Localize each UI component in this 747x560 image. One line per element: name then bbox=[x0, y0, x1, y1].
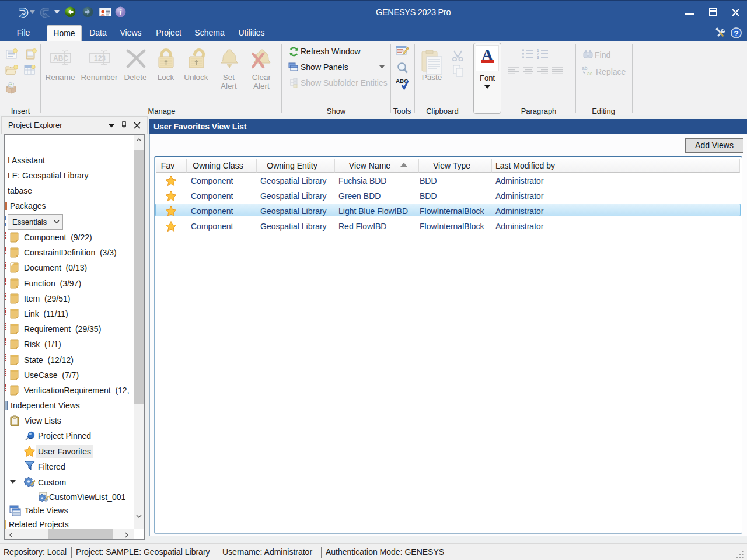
svg-text:ac: ac bbox=[587, 71, 593, 76]
svg-text:?: ? bbox=[734, 29, 738, 38]
svg-text:3: 3 bbox=[537, 55, 539, 60]
svg-text:i: i bbox=[120, 8, 122, 17]
svg-text:ABC: ABC bbox=[53, 54, 68, 62]
